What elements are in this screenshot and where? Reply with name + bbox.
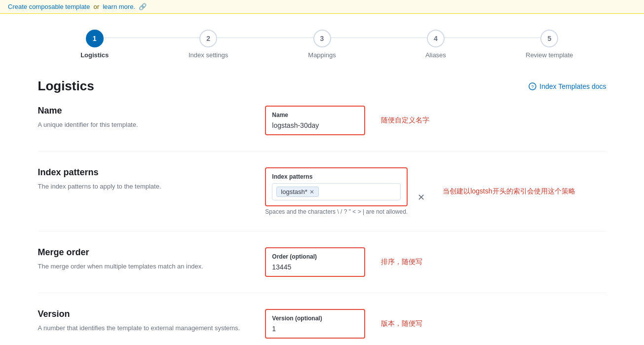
name-section-title: Name	[38, 106, 250, 116]
index-patterns-annotation: 当创建以logstsh开头的索引会使用这个策略	[443, 187, 575, 196]
version-row: Version A number that identifies the tem…	[38, 309, 606, 345]
merge-order-section-title: Merge order	[38, 247, 250, 258]
stepper: 1 Logistics 2 Index settings 3 Mappings …	[38, 14, 606, 71]
name-section-desc: A unique identifier for this template.	[38, 120, 250, 130]
step-3-circle: 3	[313, 30, 331, 47]
version-field-wrapper: Version (optional)	[265, 309, 365, 339]
name-field-wrapper: Name	[265, 106, 365, 135]
version-section-desc: A number that identifies the template to…	[38, 323, 250, 333]
learn-more-link[interactable]: learn more.	[103, 3, 135, 10]
step-2-circle: 2	[199, 30, 217, 47]
step-4-label: Aliases	[425, 51, 446, 59]
content-area: Logistics ? Index Templates docs Name A …	[38, 71, 606, 345]
tags-text-input[interactable]	[321, 188, 396, 196]
docs-link-text: Index Templates docs	[539, 82, 606, 90]
index-patterns-row: Index patterns The index patterns to app…	[38, 167, 606, 231]
step-1[interactable]: 1 Logistics	[38, 30, 151, 59]
page-title: Logistics	[38, 78, 94, 94]
docs-link[interactable]: ? Index Templates docs	[529, 82, 606, 90]
tag-remove-btn[interactable]: ✕	[309, 189, 314, 195]
name-input[interactable]	[272, 121, 358, 129]
merge-order-annotation: 排序，随便写	[381, 258, 422, 267]
index-patterns-field-wrapper: Index patterns logstash* ✕	[265, 167, 408, 206]
merge-order-label: Order (optional)	[272, 253, 358, 260]
banner-text: Create composable template or learn more…	[8, 3, 147, 10]
name-label: Name	[272, 112, 358, 118]
merge-order-left: Merge order The merge order when multipl…	[38, 247, 265, 271]
merge-order-field-wrapper: Order (optional)	[265, 247, 365, 277]
index-patterns-right: Index patterns logstash* ✕ Spaces and th…	[265, 167, 606, 215]
version-right: Version (optional) 版本，随便写	[265, 309, 606, 339]
tags-input-inner[interactable]: logstash* ✕	[272, 183, 401, 200]
version-left: Version A number that identifies the tem…	[38, 309, 265, 333]
top-banner: Create composable template or learn more…	[0, 0, 644, 14]
merge-order-row: Merge order The merge order when multipl…	[38, 247, 606, 293]
step-2-label: Index settings	[189, 51, 228, 59]
tag-value: logstash*	[281, 188, 307, 195]
step-3-label: Mappings	[308, 51, 336, 59]
name-row: Name A unique identifier for this templa…	[38, 106, 606, 152]
step-1-circle: 1	[86, 30, 104, 47]
index-patterns-label: Index patterns	[272, 173, 401, 180]
step-5-label: Review template	[526, 51, 573, 59]
tags-hint: Spaces and the characters \ / ? " < > | …	[265, 208, 408, 215]
merge-order-right: Order (optional) 排序，随便写	[265, 247, 606, 277]
version-annotation: 版本，随便写	[381, 319, 422, 328]
version-input[interactable]	[272, 325, 358, 333]
version-label: Version (optional)	[272, 315, 358, 322]
step-2[interactable]: 2 Index settings	[152, 30, 265, 59]
step-4[interactable]: 4 Aliases	[379, 30, 492, 59]
name-left: Name A unique identifier for this templa…	[38, 106, 265, 130]
book-icon: ?	[529, 82, 536, 90]
version-section-title: Version	[38, 309, 250, 319]
merge-order-section-desc: The merge order when multiple templates …	[38, 262, 250, 271]
tag-logstash: logstash* ✕	[276, 187, 318, 197]
step-4-circle: 4	[427, 30, 445, 47]
step-5[interactable]: 5 Review template	[492, 30, 606, 59]
page-header: Logistics ? Index Templates docs	[38, 78, 606, 94]
composable-template-link[interactable]: Create composable template	[8, 3, 90, 10]
index-patterns-section-title: Index patterns	[38, 167, 250, 178]
merge-order-input[interactable]	[272, 263, 358, 271]
step-1-label: Logistics	[80, 51, 109, 59]
name-right: Name 随便自定义名字	[265, 106, 606, 135]
name-annotation: 随便自定义名字	[381, 116, 429, 125]
index-patterns-left: Index patterns The index patterns to app…	[38, 167, 265, 192]
tags-clear-button[interactable]: ✕	[416, 190, 427, 205]
svg-text:?: ?	[531, 84, 534, 89]
index-patterns-section-desc: The index patterns to apply to the templ…	[38, 182, 250, 192]
step-3[interactable]: 3 Mappings	[265, 30, 379, 59]
step-5-circle: 5	[540, 30, 558, 47]
